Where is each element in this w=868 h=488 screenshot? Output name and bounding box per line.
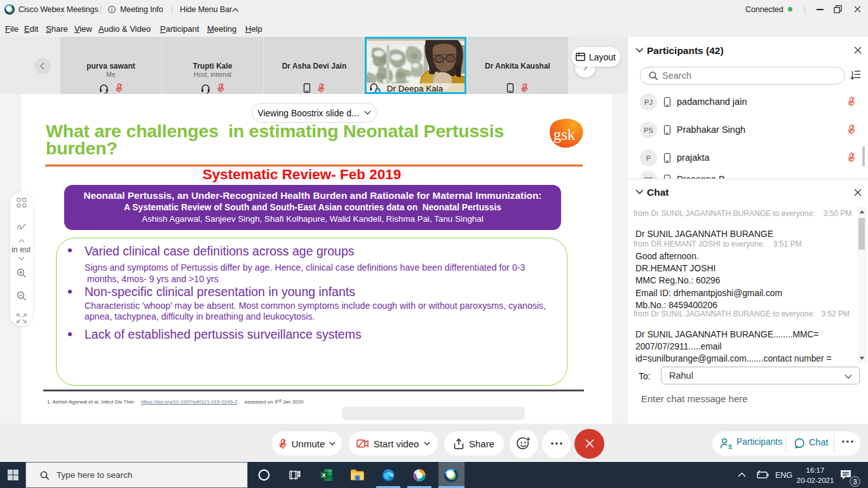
svg-text:Dr Deepa Kala: Dr Deepa Kala xyxy=(387,84,444,93)
svg-text:gsk: gsk xyxy=(553,126,576,143)
svg-text:X: X xyxy=(322,471,326,478)
